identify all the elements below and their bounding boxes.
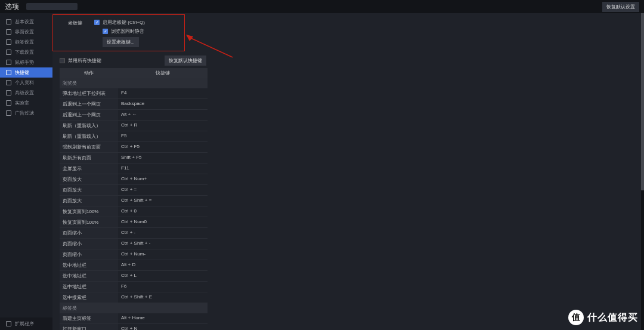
cell-key: F5	[118, 131, 208, 141]
table-row[interactable]: 选中地址栏Alt + D	[60, 260, 208, 271]
sidebar-item-下载设置[interactable]: 下载设置	[0, 47, 52, 57]
table-section: 浏览类	[60, 78, 208, 88]
cell-key: Ctrl + 0	[118, 206, 208, 217]
gear-icon	[6, 19, 11, 24]
cell-key: Ctrl + Shift + =	[118, 196, 208, 206]
ad-icon	[6, 110, 11, 116]
table-row[interactable]: 弹出地址栏下拉列表F4	[60, 88, 208, 99]
cell-key: Ctrl + Num-	[118, 249, 208, 260]
cell-action: 弹出地址栏下拉列表	[60, 88, 118, 98]
cell-key: Ctrl + Shift + E	[118, 292, 208, 303]
watermark: 值 什么值得买	[568, 310, 638, 325]
table-row[interactable]: 刷新（重新载入）F5	[60, 131, 208, 142]
watermark-icon: 值	[568, 310, 584, 325]
table-row[interactable]: 后退到上一个网页Backspace	[60, 99, 208, 110]
cell-key: Ctrl + =	[118, 185, 208, 195]
table-header: 动作 快捷键	[60, 68, 208, 78]
sidebar: 基本设置界面设置标签设置下载设置鼠标手势快捷键个人资料高级设置实验室广告过滤 扩…	[0, 13, 52, 330]
mute-browser-row[interactable]: ✓ 浏览器同时静音	[103, 28, 145, 35]
sidebar-item-label: 鼠标手势	[15, 59, 34, 66]
boss-key-label: 老板键	[54, 19, 82, 26]
table-row[interactable]: 强制刷新当前页面Ctrl + F5	[60, 142, 208, 153]
restore-defaults-button[interactable]: 恢复默认设置	[602, 2, 639, 12]
boss-key-panel: 老板键 ✓ 启用老板键 (Ctrl+Q) ✓ 浏览器同时静音 设置老板键...	[54, 17, 644, 53]
sidebar-item-label: 下载设置	[15, 49, 34, 55]
cell-key: Shift + F5	[118, 153, 208, 163]
sidebar-item-label: 标签设置	[15, 39, 34, 45]
cell-action: 选中搜索栏	[60, 292, 118, 303]
table-row[interactable]: 刷新所有页面Shift + F5	[60, 153, 208, 164]
cell-key: Ctrl + F5	[118, 142, 208, 152]
cell-key: Ctrl + Shift + -	[118, 239, 208, 249]
main-content: 老板键 ✓ 启用老板键 (Ctrl+Q) ✓ 浏览器同时静音 设置老板键...	[52, 13, 644, 330]
cell-key: Alt + Home	[118, 313, 208, 323]
cell-action: 选中地址栏	[60, 260, 118, 270]
sidebar-item-鼠标手势[interactable]: 鼠标手势	[0, 57, 52, 67]
sidebar-item-快捷键[interactable]: 快捷键	[0, 67, 52, 78]
table-row[interactable]: 恢复页面到100%Ctrl + 0	[60, 206, 208, 217]
sidebar-item-label: 广告过滤	[15, 110, 34, 116]
set-boss-key-button[interactable]: 设置老板键...	[103, 37, 139, 47]
table-row[interactable]: 后退到上一个网页Alt + ←	[60, 110, 208, 121]
sidebar-item-label: 个人资料	[15, 79, 34, 86]
sidebar-item-label: 扩展程序	[15, 320, 34, 327]
sidebar-item-label: 基本设置	[15, 18, 34, 25]
sidebar-item-广告过滤[interactable]: 广告过滤	[0, 108, 52, 118]
address-box[interactable]	[26, 3, 78, 10]
cell-action: 刷新（重新载入）	[60, 121, 118, 131]
watermark-text: 什么值得买	[587, 312, 638, 324]
scrollbar[interactable]	[641, 13, 644, 330]
sidebar-item-label: 界面设置	[15, 29, 34, 35]
cell-action: 页面放大	[60, 174, 118, 184]
window-icon	[6, 29, 11, 35]
checkbox-unchecked-icon	[60, 58, 65, 63]
enable-boss-key-row[interactable]: ✓ 启用老板键 (Ctrl+Q)	[94, 19, 145, 26]
cell-action: 选中地址栏	[60, 271, 118, 281]
table-row[interactable]: 新建主页标签Alt + Home	[60, 313, 208, 324]
keyboard-icon	[6, 70, 11, 75]
sidebar-item-高级设置[interactable]: 高级设置	[0, 88, 52, 98]
table-row[interactable]: 刷新（重新载入）Ctrl + R	[60, 121, 208, 131]
sidebar-item-extensions[interactable]: 扩展程序	[0, 317, 52, 330]
table-row[interactable]: 打开新窗口Ctrl + N	[60, 324, 208, 330]
scrollbar-thumb[interactable]	[641, 13, 644, 190]
sidebar-item-基本设置[interactable]: 基本设置	[0, 17, 52, 27]
table-row[interactable]: 选中地址栏F6	[60, 282, 208, 292]
cell-key: Ctrl + Num+	[118, 174, 208, 184]
table-row[interactable]: 选中搜索栏Ctrl + Shift + E	[60, 292, 208, 303]
cell-action: 页面放大	[60, 185, 118, 195]
sidebar-item-label: 快捷键	[15, 69, 29, 76]
table-row[interactable]: 页面缩小Ctrl + Shift + -	[60, 239, 208, 249]
download-icon	[6, 50, 11, 55]
cell-key: Ctrl + L	[118, 271, 208, 281]
table-row[interactable]: 选中地址栏Ctrl + L	[60, 271, 208, 282]
col-action: 动作	[60, 68, 118, 78]
sidebar-item-界面设置[interactable]: 界面设置	[0, 27, 52, 37]
sidebar-item-实验室[interactable]: 实验室	[0, 98, 52, 108]
disable-all-shortcuts-row[interactable]: 禁用所有快捷键	[60, 57, 101, 64]
cell-action: 打开新窗口	[60, 324, 118, 330]
table-row[interactable]: 页面放大Ctrl + Num+	[60, 174, 208, 185]
shortcuts-table: 动作 快捷键 浏览类弹出地址栏下拉列表F4后退到上一个网页Backspace后退…	[60, 68, 208, 330]
app-header: 选项 恢复默认设置	[0, 0, 644, 13]
cell-action: 选中地址栏	[60, 282, 118, 292]
user-icon	[6, 80, 11, 85]
table-row[interactable]: 页面放大Ctrl + =	[60, 185, 208, 196]
table-row[interactable]: 页面缩小Ctrl + Num-	[60, 249, 208, 260]
cell-key: F4	[118, 88, 208, 98]
table-row[interactable]: 页面缩小Ctrl + -	[60, 228, 208, 239]
table-row[interactable]: 全屏显示F11	[60, 164, 208, 174]
cell-action: 页面缩小	[60, 228, 118, 238]
table-row[interactable]: 页面放大Ctrl + Shift + =	[60, 196, 208, 206]
sidebar-item-个人资料[interactable]: 个人资料	[0, 78, 52, 88]
restore-default-shortcuts-button[interactable]: 恢复默认快捷键	[165, 55, 206, 66]
cell-key: F11	[118, 164, 208, 174]
table-section: 标签类	[60, 303, 208, 313]
page-title: 选项	[5, 2, 19, 12]
cell-action: 强制刷新当前页面	[60, 142, 118, 152]
sidebar-item-标签设置[interactable]: 标签设置	[0, 37, 52, 47]
lab-icon	[6, 100, 11, 106]
table-row[interactable]: 恢复页面到100%Ctrl + Num0	[60, 217, 208, 228]
checkbox-checked-icon: ✓	[94, 20, 100, 25]
advanced-icon	[6, 90, 11, 95]
